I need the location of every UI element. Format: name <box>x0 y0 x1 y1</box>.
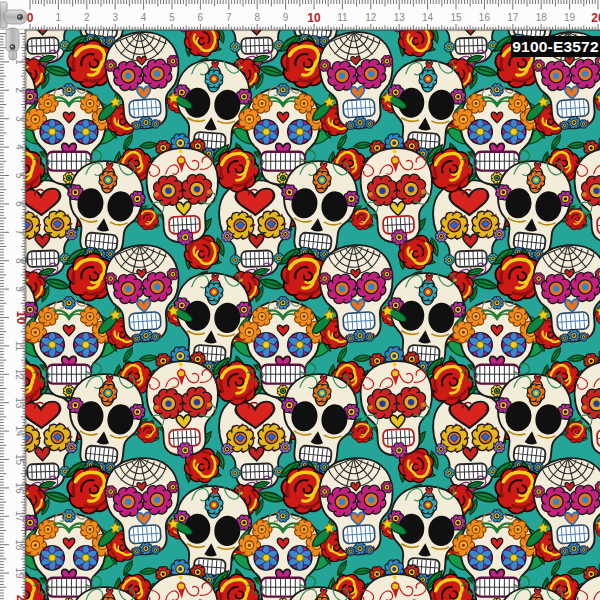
svg-text:16: 16 <box>14 482 25 494</box>
svg-text:9: 9 <box>283 12 289 23</box>
svg-text:9100-E3572: 9100-E3572 <box>512 38 598 55</box>
svg-text:18: 18 <box>536 12 548 23</box>
svg-text:5: 5 <box>14 173 25 179</box>
svg-text:11: 11 <box>14 341 25 352</box>
svg-text:20: 20 <box>591 11 600 25</box>
svg-text:3: 3 <box>14 116 25 122</box>
svg-text:16: 16 <box>479 12 491 23</box>
svg-text:10: 10 <box>14 311 28 325</box>
svg-text:14: 14 <box>14 426 25 438</box>
svg-text:4: 4 <box>14 144 25 150</box>
svg-text:3: 3 <box>112 12 118 23</box>
svg-text:17: 17 <box>507 12 519 23</box>
svg-text:2: 2 <box>84 12 90 23</box>
svg-text:15: 15 <box>14 454 25 466</box>
svg-text:4: 4 <box>141 12 147 23</box>
svg-text:13: 13 <box>14 397 25 409</box>
svg-text:19: 19 <box>564 12 576 23</box>
svg-text:8: 8 <box>14 258 25 264</box>
svg-text:1: 1 <box>14 59 25 65</box>
svg-text:14: 14 <box>422 12 434 23</box>
svg-text:9: 9 <box>14 286 25 292</box>
svg-text:6: 6 <box>198 12 204 23</box>
svg-text:13: 13 <box>394 12 406 23</box>
svg-text:8: 8 <box>254 12 260 23</box>
svg-text:2: 2 <box>14 88 25 94</box>
svg-text:20: 20 <box>14 595 28 600</box>
svg-text:7: 7 <box>226 12 232 23</box>
svg-text:5: 5 <box>169 12 175 23</box>
svg-text:15: 15 <box>450 12 462 23</box>
svg-text:19: 19 <box>14 568 25 580</box>
svg-text:12: 12 <box>365 12 377 23</box>
svg-text:12: 12 <box>14 369 25 381</box>
svg-text:7: 7 <box>14 230 25 236</box>
svg-text:18: 18 <box>14 539 25 551</box>
svg-text:0: 0 <box>27 11 34 25</box>
svg-text:17: 17 <box>14 511 25 523</box>
svg-text:1: 1 <box>56 12 62 23</box>
svg-text:10: 10 <box>307 11 321 25</box>
svg-text:6: 6 <box>14 201 25 207</box>
svg-text:11: 11 <box>337 12 348 23</box>
